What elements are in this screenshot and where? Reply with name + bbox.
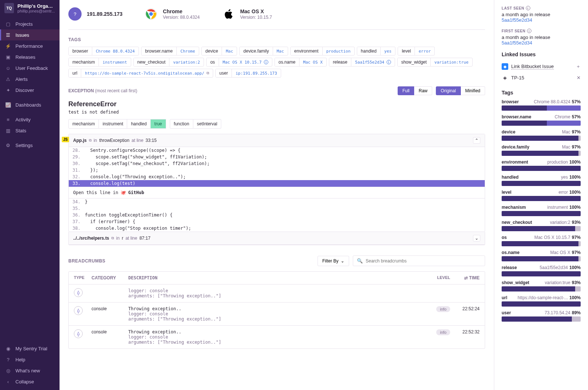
apple-icon <box>222 7 235 21</box>
tag-distribution[interactable]: handledyes100% <box>502 175 581 186</box>
frame-header[interactable]: ../../src/helpers.ts ⧉ in r at line 87:1… <box>69 232 485 245</box>
frame-collapse-icon[interactable]: ⌃ <box>473 137 480 144</box>
breadcrumbs-header: BREADCRUMBS <box>68 258 105 264</box>
sidebar-item-trial[interactable]: ◉My Sentry Trial <box>0 343 60 354</box>
tag-distribution[interactable]: browser.nameChrome57% <box>502 114 581 126</box>
tag-distribution[interactable]: user73.170.54.2489% <box>502 310 581 322</box>
tag-pill[interactable]: show_widgetvariation:true <box>397 58 473 67</box>
code-line: 30. scope.setTag("new_checkout", ff2Vari… <box>69 160 485 167</box>
info-icon[interactable]: i <box>264 60 268 64</box>
bitbucket-icon: ◆ <box>502 63 508 70</box>
tag-distribution[interactable]: levelerror100% <box>502 190 581 201</box>
tag-pill[interactable]: deviceMac <box>201 47 237 56</box>
projects-icon: ▢ <box>5 21 11 27</box>
sidebar-item-settings[interactable]: ⚙Settings <box>0 140 60 151</box>
sidebar-item-discover[interactable]: ✦Discover <box>0 85 60 96</box>
external-link-icon[interactable]: ⧉ <box>111 236 114 240</box>
tag-pill[interactable]: handledyes <box>357 47 396 56</box>
pill-setinterval: setInterval <box>193 119 221 129</box>
settings-icon: ⚙ <box>5 142 11 148</box>
stack-frame: App.js ⧉ in throwException at line 33:15… <box>68 134 485 232</box>
tag-distribution[interactable]: new_checkoutvariation:293% <box>502 220 581 231</box>
sidebar-item-help[interactable]: ?Help <box>0 354 60 365</box>
sidebar-item-dashboards[interactable]: 📈Dashboards <box>0 99 60 110</box>
breadcrumb-row[interactable]: ⟠ logger: consolearguments: ["Throwing e… <box>69 285 485 303</box>
sidebar-collapse[interactable]: ‹Collapse <box>0 376 60 387</box>
sidebar-item-whatsnew[interactable]: ◎What's new <box>0 365 60 376</box>
tag-pill[interactable]: userip:191.89.255.173 <box>215 69 281 78</box>
issues-icon: ☰ <box>5 32 11 38</box>
view-raw-button[interactable]: Raw <box>414 86 432 95</box>
tag-distribution[interactable]: mechanisminstrument100% <box>502 205 581 216</box>
code-line: 33. console.log(test) <box>69 180 485 187</box>
event-browser-version: Version: 88.0.4324 <box>163 15 200 20</box>
tag-distribution[interactable]: browserChrome 88.0.432457% <box>502 99 581 111</box>
tag-pill[interactable]: os.nameMac OS X <box>275 58 327 67</box>
tag-distribution[interactable]: show_widgetvariation:true93% <box>502 280 581 291</box>
sidebar-item-alerts[interactable]: ⚠Alerts <box>0 74 60 85</box>
info-icon[interactable]: i <box>526 6 530 10</box>
tag-pill[interactable]: browser.nameChrome <box>141 47 199 56</box>
tag-distribution[interactable]: urlhttps://do-sample-react-...100% <box>502 295 581 307</box>
event-os-name: Mac OS X <box>240 8 272 14</box>
discover-icon: ✦ <box>5 87 11 93</box>
tag-distribution[interactable]: environmentproduction100% <box>502 160 581 171</box>
tag-bar <box>502 241 581 246</box>
tag-distribution[interactable]: release5aa1f55e2d34100% <box>502 265 581 276</box>
release-link[interactable]: 5aa1f55e2d34 <box>502 40 532 46</box>
tag-pill[interactable]: release5aa1f55e2d34i <box>329 58 395 67</box>
sidebar-item-releases[interactable]: ▣Releases <box>0 51 60 62</box>
alerts-icon: ⚠ <box>5 76 11 82</box>
tag-pill[interactable]: mechanisminstrument <box>68 58 131 67</box>
view-full-button[interactable]: Full <box>398 86 414 95</box>
breadcrumb-search[interactable]: 🔍 <box>353 255 485 266</box>
open-in-github[interactable]: Open this line in 🐙 GitHub <box>69 187 485 198</box>
activity-icon: ≡ <box>5 117 11 122</box>
view-original-button[interactable]: Original <box>436 86 460 95</box>
org-switcher[interactable]: TQ Phillip's Organiz... phillip.jones@se… <box>0 0 60 16</box>
stacktrace-source-toggle: Original Minified <box>436 86 485 95</box>
external-link-icon[interactable]: ⧉ <box>207 71 209 75</box>
link-bitbucket-row[interactable]: ◆Link Bitbucket Issue ＋ <box>502 61 581 72</box>
tag-distribution[interactable]: os.nameMac OS X97% <box>502 250 581 261</box>
swap-icon[interactable]: ⇄ <box>464 275 468 280</box>
sidebar-item-activity[interactable]: ≡Activity <box>0 114 60 125</box>
linked-issue-row[interactable]: ◈TP-15 ✕ <box>502 72 581 83</box>
sidebar-item-issues[interactable]: ☰Issues <box>0 29 60 40</box>
view-minified-button[interactable]: Minified <box>461 86 485 95</box>
tag-pill[interactable]: environmentproduction <box>290 47 355 56</box>
sidebar-item-projects[interactable]: ▢Projects <box>0 18 60 29</box>
code-line: 34.} <box>69 198 485 205</box>
frame-header[interactable]: App.js ⧉ in throwException at line 33:15… <box>69 134 485 147</box>
user-unknown-icon: ? <box>68 7 82 21</box>
tag-pill[interactable]: browserChrome 88.0.4324 <box>68 47 139 56</box>
frame-expand-icon[interactable]: ⌄ <box>473 235 480 241</box>
release-link[interactable]: 5aa1f55e2d34 <box>502 17 532 23</box>
external-link-icon[interactable]: ⧉ <box>89 138 92 143</box>
tag-pill[interactable]: device.familyMac <box>239 47 288 56</box>
sidebar-item-stats[interactable]: ▥Stats <box>0 125 60 136</box>
help-icon: ? <box>5 357 11 362</box>
sidebar: TQ Phillip's Organiz... phillip.jones@se… <box>0 0 60 390</box>
tag-distribution[interactable]: device.familyMac97% <box>502 144 581 156</box>
info-icon[interactable]: i <box>527 29 531 33</box>
tag-distribution[interactable]: deviceMac97% <box>502 129 581 141</box>
svg-point-2 <box>149 12 153 16</box>
sidebar-item-feedback[interactable]: ☺User Feedback <box>0 62 60 74</box>
info-icon[interactable]: i <box>387 60 391 64</box>
chevron-down-icon: ⌄ <box>341 258 344 264</box>
breadcrumb-row[interactable]: ⟠ console Throwing exception..logger: co… <box>69 303 485 326</box>
add-link-icon[interactable]: ＋ <box>576 63 581 70</box>
tag-pill[interactable]: levelerror <box>398 47 435 56</box>
pill-handled: handled <box>127 119 151 129</box>
tag-pill[interactable]: new_checkoutvariation:2 <box>133 58 204 67</box>
tag-distribution[interactable]: osMac OS X 10.15.797% <box>502 235 581 246</box>
breadcrumb-row[interactable]: ⟠ console Throwing exception..logger: co… <box>69 326 485 348</box>
breadcrumb-search-input[interactable] <box>366 258 481 264</box>
remove-link-icon[interactable]: ✕ <box>577 75 581 80</box>
tag-pill[interactable]: osMac OS X 10.15.7i <box>206 58 272 67</box>
performance-icon: ⚡ <box>5 43 11 49</box>
filter-by-button[interactable]: Filter By⌄ <box>318 256 349 266</box>
tag-pill[interactable]: urlhttps://do-sample-react-7v5is.ondigit… <box>68 69 213 78</box>
sidebar-item-performance[interactable]: ⚡Performance <box>0 40 60 51</box>
